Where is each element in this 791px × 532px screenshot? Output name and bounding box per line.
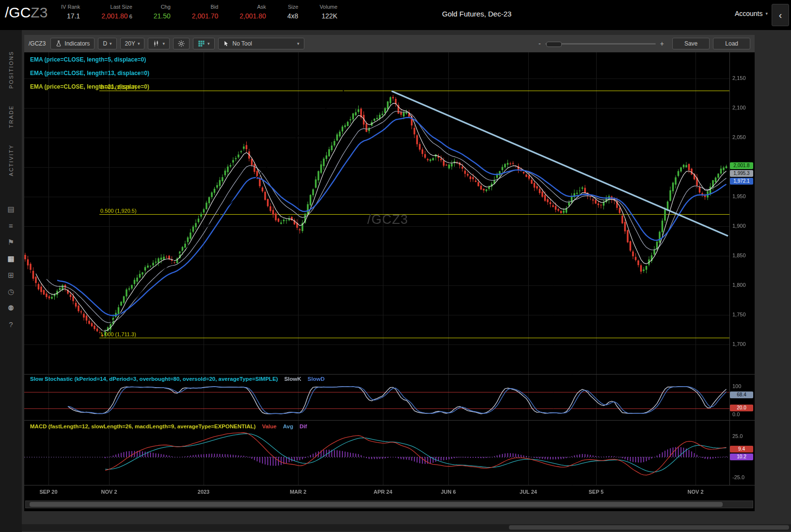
instrument-description: Gold Futures, Dec-23 — [442, 10, 511, 18]
accounts-label: Accounts — [735, 10, 763, 17]
sidebar-icons: ▤≡⚑▦⊞◷⚉? — [0, 201, 22, 333]
collapse-panel-button[interactable]: ‹ — [772, 4, 789, 26]
header-stat: IV Rank17.1 — [61, 4, 101, 20]
header-stat: Ask2,001.80 — [239, 4, 287, 20]
chart-grid-icon[interactable]: ▦ — [0, 250, 22, 267]
zoom-in-button[interactable]: + — [660, 40, 664, 47]
sidebar-tab-positions[interactable]: POSITIONS — [0, 43, 22, 97]
sidebar-tab-activity[interactable]: ACTIVITY — [0, 136, 22, 185]
indicators-flask-icon — [55, 40, 62, 47]
stat-label: Volume — [319, 4, 337, 10]
stat-value: 2,001.70 — [192, 12, 219, 20]
symbol-root: /GC — [5, 4, 31, 20]
columns-chart-icon[interactable]: ▤ — [0, 201, 22, 218]
stat-label: IV Rank — [61, 4, 80, 10]
stat-label: Bid — [192, 4, 219, 10]
help-icon[interactable]: ? — [0, 316, 22, 333]
list-icon[interactable]: ≡ — [0, 218, 22, 234]
chevron-down-icon: ▾ — [297, 41, 300, 46]
chart-settings-button[interactable] — [173, 38, 190, 49]
load-button[interactable]: Load — [713, 38, 750, 49]
header-stats: IV Rank17.1Last Size2,001.806Chg21.50Bid… — [61, 4, 359, 20]
chart-scrollbar[interactable] — [25, 501, 753, 508]
gear-icon — [178, 40, 185, 47]
tiles-icon[interactable]: ⊞ — [0, 267, 22, 283]
range-dropdown[interactable]: 20Y ▾ — [120, 38, 145, 49]
chevron-left-icon: ‹ — [779, 10, 782, 21]
chart-region: EMA (price=CLOSE, length=5, displace=0)E… — [24, 52, 755, 511]
stat-value: 2,001.80 — [239, 12, 266, 20]
drawing-tool-dropdown[interactable]: No Tool ▾ — [218, 38, 304, 49]
symbol-suffix: Z3 — [31, 4, 47, 20]
bottom-scrollbar[interactable] — [22, 524, 791, 531]
people-icon[interactable]: ⚉ — [0, 300, 22, 316]
indicators-button[interactable]: Indicators — [50, 38, 95, 49]
header-stat: Volume122K — [319, 4, 359, 20]
sidebar-tab-trade[interactable]: TRADE — [0, 97, 22, 136]
stat-label: Last Size — [101, 4, 132, 10]
chart-type-dropdown[interactable]: ▾ — [148, 38, 170, 49]
candlestick-chart-icon — [153, 40, 160, 47]
clock-icon[interactable]: ◷ — [0, 283, 22, 300]
app-root: /GCZ3 IV Rank17.1Last Size2,001.806Chg21… — [0, 0, 791, 532]
stat-label: Ask — [239, 4, 266, 10]
save-button[interactable]: Save — [672, 38, 710, 49]
flag-icon[interactable]: ⚑ — [0, 234, 22, 250]
indicators-label: Indicators — [64, 40, 90, 47]
grid-layout-dropdown[interactable]: ▾ — [193, 38, 215, 49]
bottom-scrollbar-thumb[interactable] — [509, 525, 789, 530]
cursor-icon — [223, 40, 229, 47]
stat-value: 122K — [319, 12, 337, 20]
zoom-slider-thumb[interactable] — [546, 42, 562, 47]
header-stat: Chg21.50 — [154, 4, 192, 20]
sidebar-tabs: POSITIONSTRADEACTIVITY — [0, 43, 22, 185]
stat-value: 21.50 — [154, 12, 171, 20]
chart-scrollbar-thumb[interactable] — [30, 502, 723, 507]
left-sidebar: POSITIONSTRADEACTIVITY ▤≡⚑▦⊞◷⚉? — [0, 30, 22, 532]
accounts-dropdown[interactable]: Accounts ▾ — [735, 10, 768, 17]
chevron-down-icon: ▾ — [207, 41, 210, 46]
stat-label: Size — [287, 4, 299, 10]
chevron-down-icon: ▾ — [765, 11, 768, 16]
stat-value: 4x8 — [287, 12, 299, 20]
zoom-out-button[interactable]: - — [538, 40, 541, 47]
header-stat: Bid2,001.70 — [192, 4, 240, 20]
chart-widget: /GCZ3 Indicators D ▾ 20Y ▾ ▾ ▾ — [24, 35, 755, 511]
symbol-title: /GCZ3 — [5, 4, 47, 21]
timeframe-dropdown[interactable]: D ▾ — [98, 38, 116, 49]
chart-canvas[interactable] — [24, 52, 755, 511]
timeframe-value: D — [103, 40, 107, 47]
range-value: 20Y — [125, 40, 135, 47]
stat-value: 17.1 — [61, 12, 80, 20]
header-stat: Size4x8 — [287, 4, 320, 20]
chevron-down-icon: ▾ — [138, 41, 140, 46]
header: /GCZ3 IV Rank17.1Last Size2,001.806Chg21… — [0, 0, 791, 30]
chevron-down-icon: ▾ — [110, 41, 112, 46]
stat-label: Chg — [154, 4, 171, 10]
chart-symbol-label: /GCZ3 — [29, 40, 46, 47]
chart-toolbar: /GCZ3 Indicators D ▾ 20Y ▾ ▾ ▾ — [24, 35, 755, 52]
stat-value: 2,001.806 — [101, 12, 132, 20]
chevron-down-icon: ▾ — [162, 41, 165, 46]
zoom-control: - + — [538, 40, 664, 47]
header-stat: Last Size2,001.806 — [101, 4, 154, 20]
teal-grid-icon — [198, 40, 205, 47]
zoom-slider[interactable] — [545, 43, 656, 45]
tool-label: No Tool — [233, 40, 252, 47]
